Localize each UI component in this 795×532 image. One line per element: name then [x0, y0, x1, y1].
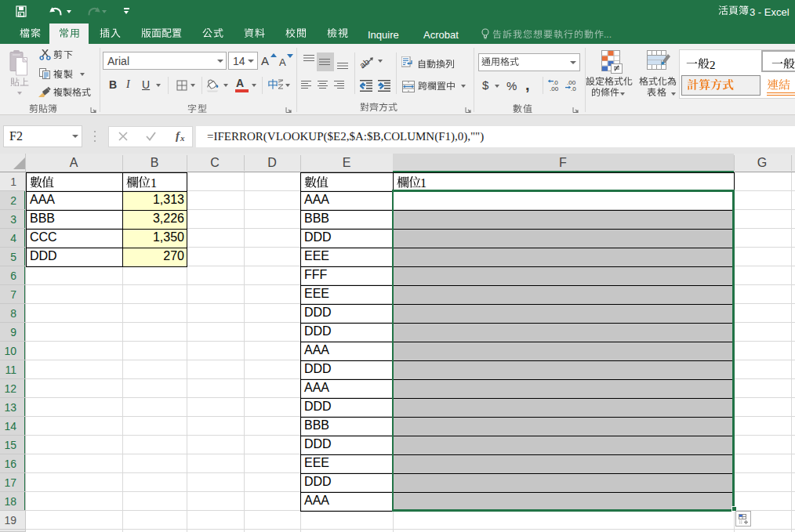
svg-text:.0: .0 [571, 85, 576, 92]
svg-text:ab: ab [359, 56, 371, 70]
svg-text:.00: .00 [550, 85, 559, 92]
